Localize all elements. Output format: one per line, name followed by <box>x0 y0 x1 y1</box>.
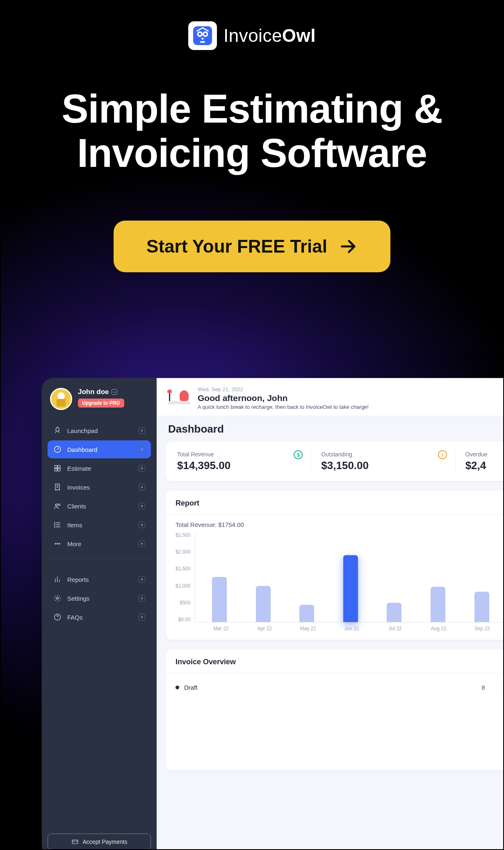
user-name: John doe <box>78 388 124 396</box>
sidebar-item-settings[interactable]: Settings <box>48 589 151 607</box>
overview-row-count: 8 <box>481 684 485 691</box>
start-trial-button[interactable]: Start Your FREE Trial <box>114 221 390 272</box>
kpi-row: Total Revenue$14,395.00$Outstanding$3,15… <box>166 442 504 481</box>
grid-icon <box>53 464 62 472</box>
sidebar-item-label: Items <box>67 522 82 529</box>
divider <box>49 558 149 559</box>
chart-bar[interactable] <box>387 603 401 622</box>
sidebar-item-label: Invoices <box>67 484 90 491</box>
chart-bar[interactable] <box>299 605 314 622</box>
sidebar-item-label: FAQs <box>67 614 83 621</box>
chevron-right-icon <box>139 484 145 490</box>
sidebar-item-label: Clients <box>67 503 86 510</box>
owl-logo-icon <box>188 21 217 50</box>
sidebar-item-label: Reports <box>67 576 89 583</box>
sidebar-item-reports[interactable]: Reports <box>48 570 151 588</box>
sidebar-item-more[interactable]: More <box>48 535 151 553</box>
gear-icon <box>53 594 62 602</box>
sidebar-item-dashboard[interactable]: Dashboard <box>48 440 151 458</box>
sidebar-item-items[interactable]: Items <box>48 516 151 534</box>
sidebar-item-label: Estimate <box>67 465 91 472</box>
report-title: Report <box>176 499 504 508</box>
kpi-overdue: Overdue$2,4 <box>456 449 504 474</box>
x-tick: Sep 22 <box>461 622 504 631</box>
svg-point-11 <box>55 504 57 506</box>
kpi-label: Outstanding <box>321 451 445 458</box>
greeting-bar: Wed, Sep 21, 2022 Good afternoon, John A… <box>157 378 504 416</box>
sidebar-item-invoices[interactable]: Invoices <box>48 478 151 496</box>
chevron-right-icon <box>139 503 145 509</box>
chevron-right-icon <box>139 595 145 602</box>
svg-rect-21 <box>72 840 78 844</box>
user-block[interactable]: John doe Upgrade to PRO <box>48 385 151 416</box>
y-tick: $500 <box>180 600 191 606</box>
svg-point-4 <box>204 33 207 35</box>
sidebar-item-estimate[interactable]: Estimate <box>48 459 151 477</box>
svg-rect-10 <box>58 469 60 471</box>
help-icon <box>53 613 62 621</box>
chart-bar[interactable] <box>474 592 489 622</box>
sidebar-item-launchpad[interactable]: Launchpad <box>48 422 151 440</box>
kpi-outstanding: Outstanding$3,150.00i <box>311 449 455 474</box>
users-icon <box>53 502 62 510</box>
sidebar-item-label: Dashboard <box>67 446 97 453</box>
kpi-label: Overdue <box>465 451 504 458</box>
svg-point-15 <box>55 526 55 527</box>
avatar <box>50 388 72 410</box>
sidebar-item-clients[interactable]: Clients <box>48 497 151 515</box>
greeting-subtitle: A quick lunch break to recharge, then ba… <box>198 404 369 410</box>
y-tick: $1,000 <box>176 583 191 589</box>
x-tick: Jul 22 <box>373 622 417 631</box>
dots-icon <box>53 540 62 548</box>
overview-row-draft[interactable]: Draft8› <box>176 680 497 695</box>
chevron-right-icon <box>139 465 145 472</box>
revenue-chart: $2,500$2,000$1,500$1,000$500$0.00 <box>176 532 504 622</box>
x-tick: Aug 22 <box>417 622 461 631</box>
kpi-value: $2,4 <box>465 459 504 472</box>
y-tick: $2,500 <box>176 532 191 538</box>
greeting-date: Wed, Sep 21, 2022 <box>198 386 369 392</box>
upgrade-badge[interactable]: Upgrade to PRO <box>78 399 124 408</box>
gauge-icon <box>53 445 62 453</box>
svg-point-14 <box>55 524 55 525</box>
svg-rect-7 <box>55 465 57 468</box>
brand: InvoiceOwl <box>188 21 316 50</box>
report-revenue-note: Total Revenue: $1754.00 <box>176 521 504 528</box>
svg-rect-9 <box>55 469 57 471</box>
chevron-right-icon <box>139 614 145 620</box>
status-dot-icon <box>176 686 179 689</box>
kpi-label: Total Revenue <box>177 451 301 458</box>
svg-point-12 <box>58 504 60 506</box>
chevron-right-icon <box>139 576 145 583</box>
chart-bar[interactable] <box>343 555 358 622</box>
headline: Simple Estimating & Invoicing Software <box>27 87 478 175</box>
page-title: Dashboard <box>157 416 504 439</box>
sidebar-item-label: More <box>67 540 81 547</box>
chevron-right-icon: › <box>495 684 497 690</box>
x-tick: Apr 22 <box>243 622 286 631</box>
svg-rect-8 <box>58 465 60 468</box>
kpi-value: $3,150.00 <box>321 459 445 472</box>
card-icon <box>71 838 79 845</box>
svg-point-17 <box>57 543 58 545</box>
chevron-down-icon[interactable] <box>112 389 117 395</box>
svg-point-16 <box>55 543 56 545</box>
sidebar-item-label: Launchpad <box>67 427 98 434</box>
sidebar-item-label: Settings <box>67 595 89 602</box>
arrow-right-icon <box>339 237 358 256</box>
chevron-right-icon <box>139 540 145 547</box>
svg-point-18 <box>59 543 60 545</box>
main-panel: Wed, Sep 21, 2022 Good afternoon, John A… <box>157 378 504 850</box>
sidebar-item-faqs[interactable]: FAQs <box>48 608 151 626</box>
chart-bar[interactable] <box>212 577 227 622</box>
accept-payments-button[interactable]: Accept Payments <box>48 834 151 850</box>
list-icon <box>53 521 62 529</box>
overview-row-label: Draft <box>184 684 198 691</box>
chart-bar[interactable] <box>256 586 271 622</box>
svg-rect-5 <box>200 41 205 43</box>
invoice-overview-card: Invoice Overview Draft8› 10 <box>166 649 504 770</box>
overview-title: Invoice Overview <box>176 658 504 666</box>
y-tick: $2,000 <box>176 549 191 555</box>
chart-bar[interactable] <box>431 587 445 622</box>
kpi-badge-icon: i <box>438 450 447 459</box>
